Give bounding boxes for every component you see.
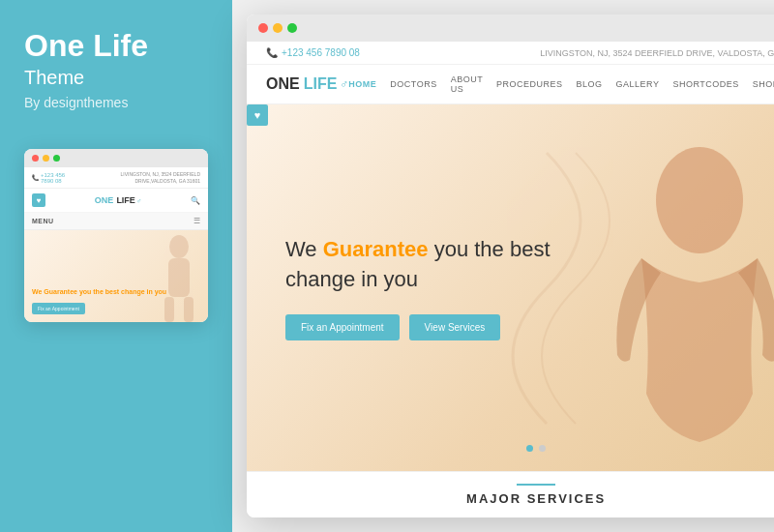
dot-red[interactable] bbox=[258, 23, 268, 33]
hero-text-before: We bbox=[285, 237, 323, 261]
nav-blog[interactable]: BLOG bbox=[577, 79, 603, 89]
mini-phone-icon: 📞 bbox=[32, 174, 39, 181]
mini-cta-button[interactable]: Fix an Appointment bbox=[32, 303, 85, 314]
heart-button[interactable]: ♥ bbox=[247, 104, 268, 126]
logo-symbol: ♂ bbox=[340, 77, 348, 91]
mini-top-bar: 📞 +123 456 7890 08 LIVINGSTON, NJ, 3524 … bbox=[24, 167, 208, 189]
logo-one: ONE bbox=[266, 75, 300, 93]
hero-content: We Guarantee you the bestchange in you F… bbox=[285, 235, 551, 340]
mini-logo-symbol: ♂ bbox=[136, 197, 141, 204]
dot-yellow[interactable] bbox=[273, 23, 283, 33]
nav-home[interactable]: HOME bbox=[348, 79, 376, 89]
svg-rect-3 bbox=[184, 297, 194, 322]
nav-shop[interactable]: SHOP bbox=[753, 79, 774, 89]
theme-author: By designthemes bbox=[24, 95, 208, 110]
major-services-title: MAJOR SERVICES bbox=[266, 491, 774, 506]
major-services-line bbox=[517, 484, 555, 486]
mini-menu-bar: MENU ☰ bbox=[24, 213, 208, 230]
mini-hamburger-icon[interactable]: ☰ bbox=[194, 217, 200, 225]
browser-window: 📞 +123 456 7890 08 LIVINGSTON, NJ, 3524 … bbox=[247, 15, 774, 517]
logo-life: LIFE bbox=[304, 75, 338, 93]
svg-point-4 bbox=[656, 147, 743, 253]
phone-icon: 📞 bbox=[266, 47, 278, 58]
svg-rect-1 bbox=[168, 258, 190, 297]
mini-heart-button[interactable]: ♥ bbox=[32, 193, 45, 207]
site-top-bar: 📞 +123 456 7890 08 LIVINGSTON, NJ, 3524 … bbox=[247, 42, 774, 65]
mini-nav-bar: ♥ ONE LIFE ♂ 🔍 bbox=[24, 189, 208, 213]
right-panel: 📞 +123 456 7890 08 LIVINGSTON, NJ, 3524 … bbox=[232, 0, 774, 532]
site-bottom: MAJOR SERVICES bbox=[247, 471, 774, 517]
dot-green[interactable] bbox=[287, 23, 297, 33]
site-address: LIVINGSTON, NJ, 3524 DEERFIELD DRIVE, VA… bbox=[540, 48, 774, 58]
mini-logo: ONE LIFE ♂ bbox=[95, 195, 141, 205]
mini-logo-one: ONE bbox=[95, 195, 114, 205]
appointment-button[interactable]: Fix an Appointment bbox=[285, 314, 400, 340]
theme-subtitle: Theme bbox=[24, 67, 208, 89]
nav-menu: HOME DOCTORS ABOUT US PROCEDURES BLOG GA… bbox=[348, 74, 774, 94]
mini-phone: 📞 +123 456 7890 08 bbox=[32, 172, 78, 184]
carousel-dot-1[interactable] bbox=[526, 445, 533, 452]
hero-headline: We Guarantee you the bestchange in you bbox=[285, 235, 551, 295]
mini-menu-label: MENU bbox=[32, 218, 54, 224]
carousel-dot-2[interactable] bbox=[539, 445, 546, 452]
mini-search-icon[interactable]: 🔍 bbox=[191, 196, 200, 205]
mini-browser-bar bbox=[24, 149, 208, 167]
nav-shortcodes[interactable]: SHORTCODES bbox=[672, 79, 738, 89]
mini-dot-green bbox=[53, 155, 60, 162]
hero-section: We Guarantee you the bestchange in you F… bbox=[247, 104, 774, 471]
left-panel: One Life Theme By designthemes 📞 +123 45… bbox=[0, 0, 232, 532]
svg-point-0 bbox=[169, 235, 189, 258]
nav-gallery[interactable]: GALLERY bbox=[616, 79, 660, 89]
nav-about[interactable]: ABOUT US bbox=[451, 74, 483, 94]
site-navbar: ONE LIFE ♂ HOME DOCTORS ABOUT US PROCEDU… bbox=[247, 65, 774, 104]
mini-hero: We Guarantee you the best change in you … bbox=[24, 230, 208, 322]
hero-body-image bbox=[574, 104, 774, 471]
hero-buttons: Fix an Appointment View Services bbox=[285, 314, 551, 340]
mini-dot-red bbox=[32, 155, 39, 162]
mini-dot-yellow bbox=[43, 155, 49, 162]
nav-doctors[interactable]: DOCTORS bbox=[390, 79, 436, 89]
mini-address: LIVINGSTON, NJ, 3524 DEERFIELD DRIVE,VAL… bbox=[78, 171, 200, 184]
hero-highlight: Guarantee bbox=[323, 237, 429, 261]
services-button[interactable]: View Services bbox=[409, 314, 501, 340]
nav-procedures[interactable]: PROCEDURES bbox=[496, 79, 563, 89]
carousel-dots bbox=[526, 445, 546, 452]
site-phone: 📞 +123 456 7890 08 bbox=[266, 47, 360, 58]
browser-chrome bbox=[247, 15, 774, 42]
mini-hero-text: We Guarantee you the best change in you bbox=[32, 287, 166, 298]
mini-preview-card: 📞 +123 456 7890 08 LIVINGSTON, NJ, 3524 … bbox=[24, 149, 208, 322]
site-logo: ONE LIFE ♂ bbox=[266, 75, 348, 93]
theme-title: One Life bbox=[24, 29, 208, 63]
mini-logo-life: LIFE bbox=[116, 195, 135, 205]
